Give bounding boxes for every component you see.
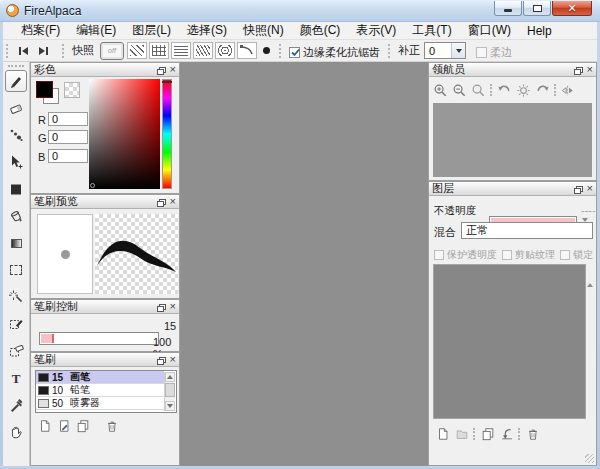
close-panel-icon[interactable]: × xyxy=(170,64,176,75)
b-input[interactable]: 0 xyxy=(48,149,88,163)
close-panel-icon[interactable]: × xyxy=(170,196,176,207)
brush-list-item[interactable]: 50 喷雾器 xyxy=(36,397,164,410)
brush-list-scrollbar[interactable] xyxy=(164,372,175,411)
menu-help[interactable]: Help xyxy=(519,24,560,38)
rotate-ccw-button[interactable] xyxy=(495,82,514,99)
saturation-value-picker[interactable] xyxy=(89,79,160,189)
scrollbar-thumb[interactable] xyxy=(165,383,175,397)
float-panel-icon[interactable] xyxy=(157,298,166,316)
text-tool-button[interactable]: T xyxy=(5,367,27,389)
brush-list-item[interactable]: 10 铅笔 xyxy=(36,384,164,397)
eraser-tool-button[interactable] xyxy=(5,97,27,119)
float-panel-icon[interactable] xyxy=(157,351,166,369)
navigator-titlebar[interactable]: 领航员 × xyxy=(429,63,596,77)
hand-tool-button[interactable] xyxy=(5,421,27,443)
r-input[interactable]: 0 xyxy=(48,112,88,126)
float-panel-icon[interactable] xyxy=(574,61,583,79)
merge-layer-button[interactable] xyxy=(497,425,516,442)
delete-brush-button[interactable] xyxy=(102,417,121,434)
bucket-tool-button[interactable] xyxy=(5,205,27,227)
foreground-color-swatch[interactable] xyxy=(36,81,53,98)
menu-layer[interactable]: 图层(L) xyxy=(124,22,179,39)
scroll-up-button[interactable] xyxy=(165,372,175,382)
add-folder-button[interactable] xyxy=(452,425,471,442)
rotate-reset-button[interactable] xyxy=(514,82,533,99)
menu-tool[interactable]: 工具(T) xyxy=(404,22,459,39)
close-button[interactable]: ✕ xyxy=(552,1,592,16)
snapshot-radial-lines-button[interactable] xyxy=(193,42,213,59)
soft-edge-checkbox[interactable]: 柔边 xyxy=(476,42,512,60)
select-tool-button[interactable] xyxy=(5,259,27,281)
copy-brush-button[interactable] xyxy=(73,417,92,434)
scroll-down-button[interactable] xyxy=(165,401,175,411)
snapshot-grid-button[interactable] xyxy=(149,42,169,59)
eyedropper-tool-button[interactable] xyxy=(5,394,27,416)
float-panel-icon[interactable] xyxy=(157,193,166,211)
pen-tool-button[interactable] xyxy=(5,70,27,92)
layer-list-scroll-up[interactable] xyxy=(587,266,593,284)
blend-mode-dropdown[interactable]: 正常 xyxy=(461,222,593,239)
magic-wand-tool-button[interactable] xyxy=(5,286,27,308)
correction-dropdown[interactable]: 0 xyxy=(424,42,466,59)
layer-list[interactable] xyxy=(433,264,586,419)
close-panel-icon[interactable]: × xyxy=(170,301,176,312)
gradient-tool-button[interactable] xyxy=(5,232,27,254)
rotate-cw-button[interactable] xyxy=(533,82,552,99)
navigator-preview[interactable] xyxy=(433,103,592,177)
snapshot-diagonal-lines-button[interactable] xyxy=(127,42,147,59)
move-tool-button[interactable] xyxy=(5,151,27,173)
clipping-checkbox[interactable]: 剪贴纹理 xyxy=(502,244,555,262)
resize-grip[interactable] xyxy=(585,454,594,463)
close-panel-icon[interactable]: × xyxy=(587,64,593,75)
snapshot-dot-button[interactable] xyxy=(259,47,273,54)
float-panel-icon[interactable] xyxy=(574,180,583,198)
layers-titlebar[interactable]: 图层 × xyxy=(429,182,596,196)
select-eraser-tool-button[interactable] xyxy=(5,340,27,362)
float-panel-icon[interactable] xyxy=(157,61,166,79)
transparent-color-swatch[interactable] xyxy=(64,82,80,98)
snapshot-curve-button[interactable] xyxy=(237,42,257,59)
close-panel-icon[interactable]: × xyxy=(170,354,176,365)
maximize-button[interactable] xyxy=(523,1,551,16)
brush-control-titlebar[interactable]: 笔刷控制 × xyxy=(31,300,179,314)
edit-brush-button[interactable] xyxy=(54,417,73,434)
menu-file[interactable]: 档案(F) xyxy=(13,22,68,39)
menu-snapshot[interactable]: 快照(N) xyxy=(235,22,292,39)
zoom-out-button[interactable] xyxy=(450,82,469,99)
blur-tool-button[interactable] xyxy=(5,124,27,146)
zoom-reset-button[interactable] xyxy=(469,82,488,99)
snapshot-circles-button[interactable] xyxy=(215,42,235,59)
select-pen-tool-button[interactable] xyxy=(5,313,27,335)
brush-list-item[interactable]: 15 画笔 xyxy=(36,371,164,384)
brush-list-item[interactable] xyxy=(36,410,164,413)
brush-panel-titlebar[interactable]: 笔刷 × xyxy=(31,353,179,367)
minimize-button[interactable] xyxy=(494,1,522,16)
redo-button[interactable] xyxy=(33,42,54,60)
snapshot-horizontal-lines-button[interactable] xyxy=(171,42,191,59)
lock-checkbox[interactable]: 锁定 xyxy=(560,244,593,262)
hue-slider[interactable] xyxy=(162,79,172,189)
protect-alpha-checkbox[interactable]: 保护透明度 xyxy=(434,244,497,262)
undo-button[interactable] xyxy=(12,42,33,60)
menu-select[interactable]: 选择(S) xyxy=(179,22,235,39)
zoom-in-button[interactable] xyxy=(431,82,450,99)
copy-layer-button[interactable] xyxy=(478,425,497,442)
antialias-checkbox[interactable]: 边缘柔化抗锯齿 xyxy=(289,42,380,60)
g-input[interactable]: 0 xyxy=(48,130,88,144)
brush-size-slider[interactable] xyxy=(39,332,159,345)
menu-color[interactable]: 颜色(C) xyxy=(292,22,349,39)
menu-view[interactable]: 表示(V) xyxy=(348,22,404,39)
menu-edit[interactable]: 编辑(E) xyxy=(68,22,124,39)
title-bar[interactable]: FireAlpaca ✕ xyxy=(0,0,600,22)
canvas-area[interactable] xyxy=(180,62,428,466)
brush-preview-titlebar[interactable]: 笔刷预览 × xyxy=(31,195,179,209)
snapshot-off-button[interactable]: off xyxy=(100,42,124,60)
flip-horizontal-button[interactable] xyxy=(559,82,578,99)
delete-layer-button[interactable] xyxy=(523,425,542,442)
add-layer-button[interactable] xyxy=(433,425,452,442)
fill-tool-button[interactable] xyxy=(5,178,27,200)
color-panel-titlebar[interactable]: 彩色 × xyxy=(31,63,179,77)
close-panel-icon[interactable]: × xyxy=(587,183,593,194)
add-brush-button[interactable] xyxy=(35,417,54,434)
menu-window[interactable]: 窗口(W) xyxy=(460,22,519,39)
